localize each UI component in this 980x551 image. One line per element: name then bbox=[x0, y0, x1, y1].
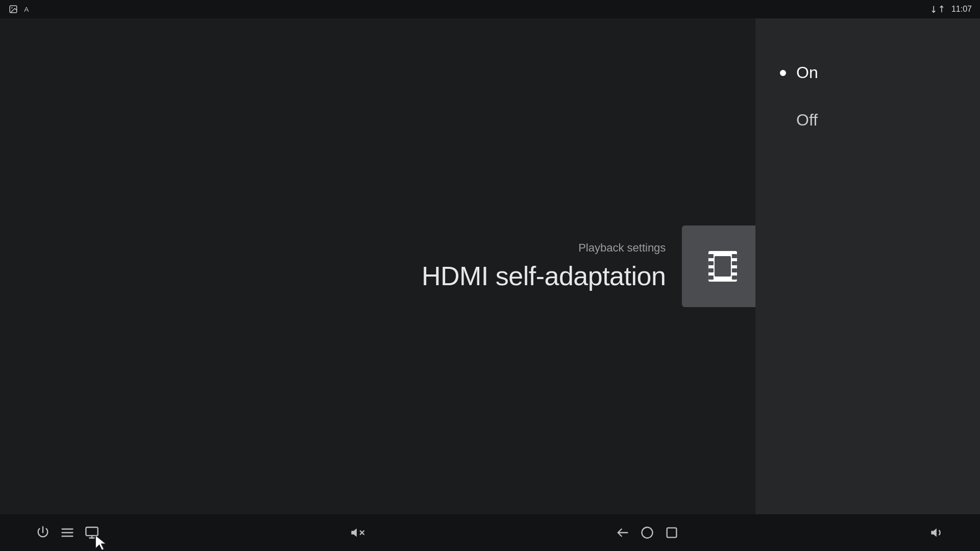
volume-down-button[interactable] bbox=[925, 520, 949, 545]
setting-name: HDMI self-adaptation bbox=[422, 261, 666, 291]
nav-bar bbox=[0, 514, 980, 551]
film-strip-icon bbox=[702, 246, 743, 287]
image-icon bbox=[8, 4, 18, 14]
option-on-label: On bbox=[796, 63, 818, 82]
network-exchange-icon bbox=[932, 5, 943, 14]
back-button[interactable] bbox=[610, 520, 635, 545]
setting-text: Playback settings HDMI self-adaptation bbox=[422, 241, 666, 291]
svg-rect-8 bbox=[708, 268, 714, 272]
svg-text:A: A bbox=[24, 6, 29, 13]
svg-rect-12 bbox=[732, 268, 737, 272]
svg-rect-22 bbox=[667, 528, 677, 538]
svg-rect-11 bbox=[732, 261, 737, 265]
setting-icon-box bbox=[682, 226, 764, 307]
svg-point-1 bbox=[11, 7, 12, 8]
recents-button[interactable] bbox=[659, 520, 684, 545]
selected-dot bbox=[780, 70, 786, 76]
setting-category: Playback settings bbox=[422, 241, 666, 255]
layers-button[interactable] bbox=[55, 520, 80, 545]
svg-rect-6 bbox=[708, 254, 714, 258]
status-bar-right: 11:07 bbox=[932, 5, 972, 14]
option-on[interactable]: On bbox=[755, 49, 980, 96]
home-button[interactable] bbox=[635, 520, 659, 545]
clock: 11:07 bbox=[951, 5, 972, 14]
svg-rect-10 bbox=[732, 254, 737, 258]
status-bar: A 11:07 bbox=[0, 0, 980, 18]
screen-cast-button[interactable] bbox=[80, 520, 104, 545]
power-button[interactable] bbox=[31, 520, 55, 545]
svg-rect-14 bbox=[715, 256, 731, 277]
text-a-icon: A bbox=[22, 4, 33, 14]
options-panel: On Off bbox=[755, 18, 980, 514]
status-bar-left: A bbox=[8, 4, 33, 14]
svg-rect-18 bbox=[86, 528, 97, 536]
volume-mute-button[interactable] bbox=[345, 520, 370, 545]
svg-point-21 bbox=[642, 528, 653, 538]
setting-display: Playback settings HDMI self-adaptation bbox=[422, 226, 764, 307]
svg-rect-7 bbox=[708, 261, 714, 265]
svg-rect-13 bbox=[732, 276, 737, 280]
option-off-label: Off bbox=[796, 111, 818, 130]
option-off[interactable]: Off bbox=[755, 96, 980, 144]
svg-rect-9 bbox=[708, 276, 714, 280]
